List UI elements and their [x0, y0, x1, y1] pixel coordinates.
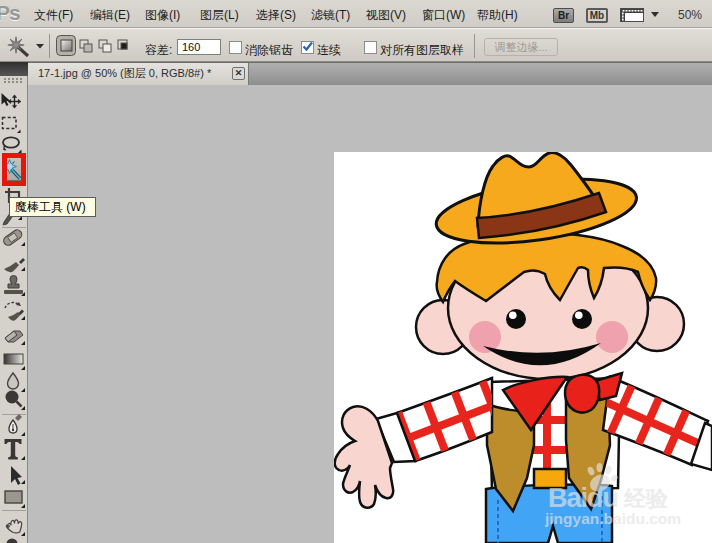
svg-text:Baidu: Baidu: [548, 483, 618, 513]
svg-text:经验: 经验: [623, 486, 669, 511]
svg-text:jingyan.baidu.com: jingyan.baidu.com: [544, 510, 681, 527]
